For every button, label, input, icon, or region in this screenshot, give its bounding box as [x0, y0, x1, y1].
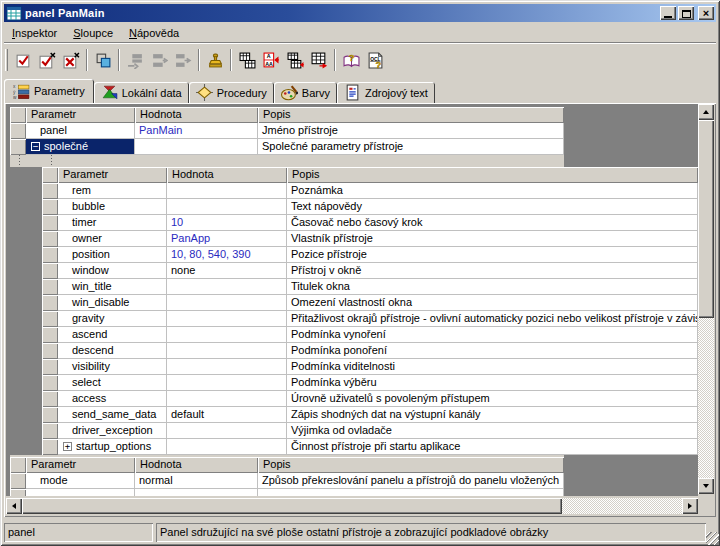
column-header-parametr[interactable]: Parametr [26, 107, 135, 123]
column-header-popis[interactable]: Popis [258, 107, 564, 123]
value-cell[interactable] [167, 311, 287, 327]
horizontal-scrollbar[interactable] [6, 498, 698, 514]
param-cell[interactable]: send_same_data [58, 407, 167, 423]
row-selector[interactable] [42, 327, 58, 343]
overlap-panels-button[interactable] [91, 48, 115, 72]
column-header-popis[interactable]: Popis [287, 167, 698, 183]
column-header-hodnota[interactable]: Hodnota [167, 167, 287, 183]
row-selector[interactable] [42, 439, 58, 455]
column-header-parametr[interactable]: Parametr [58, 167, 167, 183]
value-cell[interactable] [167, 359, 287, 375]
stamp-button[interactable] [203, 48, 227, 72]
column-header-parametr[interactable]: Parametr [26, 457, 135, 473]
table-import-button[interactable] [283, 48, 307, 72]
param-cell[interactable]: + startup_options [58, 439, 167, 455]
param-cell[interactable]: access [58, 391, 167, 407]
move-prev-button[interactable] [147, 48, 171, 72]
ocl-help-button[interactable]: OCL ? [363, 48, 387, 72]
tab-parametry[interactable]: x ý w Parametry [4, 79, 94, 103]
param-cell[interactable]: driver_exception [58, 423, 167, 439]
value-cell[interactable]: 10 [167, 215, 287, 231]
table-row[interactable]: win_disable Omezení vlastností okna [40, 295, 698, 311]
table-row[interactable]: send_same_data default Zápis shodných da… [40, 407, 698, 423]
row-selector[interactable] [42, 375, 58, 391]
value-cell[interactable]: default [167, 407, 287, 423]
param-cell[interactable]: win_disable [58, 295, 167, 311]
confirm-check-button[interactable] [11, 48, 35, 72]
row-selector[interactable] [42, 199, 58, 215]
table-row[interactable]: select Podmínka výběru [40, 375, 698, 391]
value-cell[interactable]: 10, 80, 540, 390 [167, 247, 287, 263]
row-selector[interactable] [42, 391, 58, 407]
param-cell[interactable]: descend [58, 343, 167, 359]
param-cell[interactable]: visibility [58, 359, 167, 375]
table-row[interactable]: window none Přístroj v okně [40, 263, 698, 279]
row-selector[interactable] [10, 123, 26, 139]
table-row[interactable]: access Úrovně uživatelů s povoleným přís… [40, 391, 698, 407]
value-cell[interactable] [167, 327, 287, 343]
value-cell[interactable] [167, 375, 287, 391]
row-selector[interactable] [42, 247, 58, 263]
row-selector[interactable] [42, 279, 58, 295]
row-selector[interactable] [42, 311, 58, 327]
table-row[interactable]: timer 10 Časovač nebo časový krok [40, 215, 698, 231]
column-header-hodnota[interactable]: Hodnota [135, 107, 258, 123]
table-row[interactable]: gravity Přitažlivost okrajů přístroje - … [40, 311, 698, 327]
help-book-button[interactable]: ? [339, 48, 363, 72]
value-cell[interactable] [167, 295, 287, 311]
title-bar[interactable]: panel PanMain × [4, 4, 716, 22]
table-alias-import-button[interactable]: A AA [259, 48, 283, 72]
param-cell[interactable]: bubble [58, 199, 167, 215]
column-header-popis[interactable]: Popis [258, 457, 564, 473]
param-cell[interactable]: owner [58, 231, 167, 247]
row-selector[interactable] [10, 473, 26, 489]
cancel-close-button[interactable] [59, 48, 83, 72]
value-cell[interactable] [167, 343, 287, 359]
table-copy-button[interactable] [235, 48, 259, 72]
param-cell[interactable]: timer [58, 215, 167, 231]
toolbar-grip[interactable] [5, 49, 8, 71]
tab-zdrojovy-text[interactable]: Zdrojový text [337, 82, 435, 103]
table-row[interactable]: + startup_options Činnost přístroje při … [40, 439, 698, 455]
table-row-clipped[interactable] [10, 489, 564, 496]
table-export-button[interactable] [307, 48, 331, 72]
param-cell[interactable]: mode [26, 473, 135, 489]
table-row[interactable]: bubble Text nápovědy [40, 199, 698, 215]
scroll-right-button[interactable] [682, 498, 698, 514]
table-row[interactable]: ascend Podmínka vynoření [40, 327, 698, 343]
param-cell[interactable]: gravity [58, 311, 167, 327]
table-row[interactable]: position 10, 80, 540, 390 Pozice přístro… [40, 247, 698, 263]
row-selector[interactable] [42, 343, 58, 359]
param-cell[interactable]: position [58, 247, 167, 263]
menu-sloupce[interactable]: Sloupce [65, 25, 121, 41]
value-cell[interactable] [167, 199, 287, 215]
scroll-thumb[interactable] [698, 120, 714, 318]
param-cell[interactable]: window [58, 263, 167, 279]
value-cell[interactable]: normal [135, 473, 258, 489]
menu-napoveda[interactable]: Nápověda [121, 25, 187, 41]
row-selector[interactable] [42, 423, 58, 439]
tab-barvy[interactable]: Barvy [274, 82, 337, 103]
tab-lokalni-data[interactable]: Lokální data [94, 82, 189, 103]
table-row[interactable]: driver_exception Výjimka od ovladače [40, 423, 698, 439]
row-selector[interactable] [42, 359, 58, 375]
value-cell[interactable] [135, 139, 258, 155]
scroll-up-button[interactable] [698, 104, 714, 120]
row-selector[interactable] [42, 215, 58, 231]
row-selector[interactable] [42, 183, 58, 199]
row-selector[interactable] [42, 407, 58, 423]
row-selector[interactable] [42, 231, 58, 247]
value-cell[interactable] [167, 391, 287, 407]
row-selector[interactable] [42, 263, 58, 279]
table-row-mode[interactable]: mode normal Způsob překreslování panelu … [10, 473, 564, 489]
value-cell[interactable]: PanMain [135, 123, 258, 139]
table-row[interactable]: visibility Podmínka viditelnosti [40, 359, 698, 375]
table-row[interactable]: descend Podmínka ponoření [40, 343, 698, 359]
table-row[interactable]: rem Poznámka [40, 183, 698, 199]
row-selector[interactable] [10, 489, 26, 496]
row-selector[interactable] [42, 295, 58, 311]
move-first-button[interactable] [123, 48, 147, 72]
table-row[interactable]: owner PanApp Vlastník přístroje [40, 231, 698, 247]
value-cell[interactable]: PanApp [167, 231, 287, 247]
table-row[interactable]: win_title Titulek okna [40, 279, 698, 295]
